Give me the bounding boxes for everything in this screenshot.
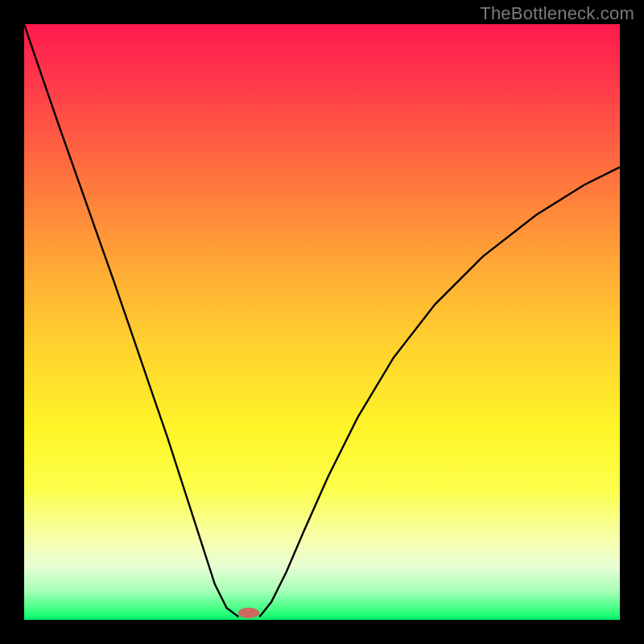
watermark-text: TheBottleneck.com	[480, 3, 634, 24]
curve-layer	[24, 24, 620, 620]
curve-left-branch	[24, 24, 238, 617]
chart-frame: TheBottleneck.com	[0, 0, 644, 644]
minimum-marker	[238, 608, 260, 618]
curve-right-branch	[259, 167, 620, 617]
plot-area	[24, 24, 620, 620]
